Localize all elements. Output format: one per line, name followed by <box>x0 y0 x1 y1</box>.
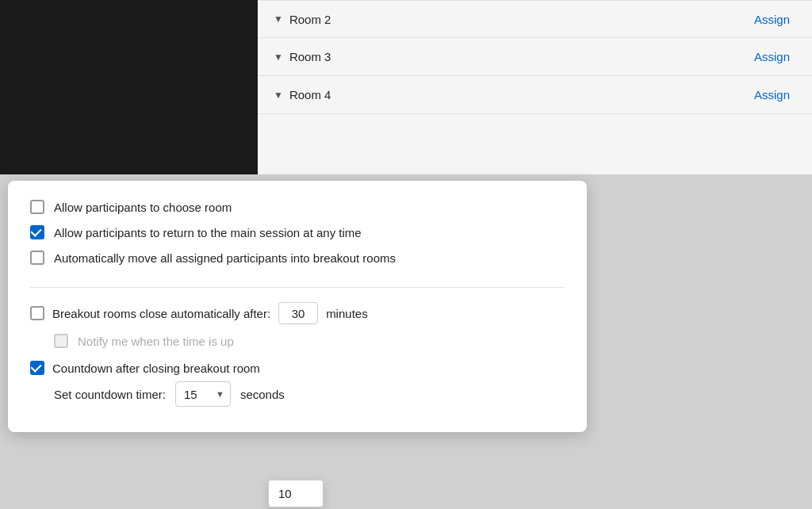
checkbox-allow-return-main[interactable] <box>30 225 44 239</box>
room-item: ▼ Room 3 Assign <box>258 38 812 76</box>
checkbox-notify <box>54 334 68 348</box>
room-left: ▼ Room 4 <box>274 88 331 101</box>
option-label-countdown: Countdown after closing breakout room <box>52 362 260 375</box>
room-left: ▼ Room 3 <box>274 50 331 63</box>
countdown-timer-select[interactable]: 10 15 20 30 60 <box>175 381 231 407</box>
option-row-notify: Notify me when the time is up <box>30 334 565 348</box>
options-panel: Allow participants to choose room Allow … <box>8 181 587 432</box>
option-label-auto-move: Automatically move all assigned particip… <box>54 251 396 265</box>
left-dark-panel <box>0 0 258 174</box>
option-row-auto-move: Automatically move all assigned particip… <box>30 251 565 265</box>
dropdown-item-10[interactable]: 10 <box>269 480 323 507</box>
assign-button-room4[interactable]: Assign <box>748 85 796 105</box>
checkbox-auto-move[interactable] <box>30 251 44 265</box>
rooms-panel: ▼ Room 2 Assign ▼ Room 3 Assign ▼ Room 4… <box>258 0 812 174</box>
checkbox-auto-close[interactable] <box>30 306 44 320</box>
countdown-row: Countdown after closing breakout room <box>30 361 565 375</box>
option-row-return-main: Allow participants to return to the main… <box>30 225 565 239</box>
chevron-icon: ▼ <box>274 52 283 63</box>
chevron-icon: ▼ <box>274 13 283 25</box>
option-label-notify: Notify me when the time is up <box>78 335 234 348</box>
divider <box>30 287 565 288</box>
auto-close-row: Breakout rooms close automatically after… <box>30 302 565 324</box>
assign-button-room2[interactable]: Assign <box>748 10 796 29</box>
option-label-choose-room: Allow participants to choose room <box>54 201 232 214</box>
room-left: ▼ Room 2 <box>274 13 331 26</box>
countdown-section: Countdown after closing breakout room Se… <box>30 361 565 432</box>
minutes-suffix: minutes <box>326 307 368 320</box>
room-item: ▼ Room 2 Assign <box>258 0 812 38</box>
seconds-label: seconds <box>240 388 285 401</box>
chevron-icon: ▼ <box>274 90 283 101</box>
option-label-return-main: Allow participants to return to the main… <box>54 226 362 239</box>
timer-dropdown-menu: 10 <box>268 480 324 507</box>
room-list: ▼ Room 2 Assign ▼ Room 3 Assign ▼ Room 4… <box>258 0 812 114</box>
set-timer-label: Set countdown timer: <box>54 388 166 401</box>
select-wrapper: 10 15 20 30 60 ▼ <box>175 381 231 407</box>
room-name: Room 2 <box>289 13 331 26</box>
room-name: Room 4 <box>289 88 331 101</box>
checkbox-countdown[interactable] <box>30 361 44 375</box>
room-item: ▼ Room 4 Assign <box>258 76 812 114</box>
minutes-input[interactable] <box>278 302 318 324</box>
option-row-choose-room: Allow participants to choose room <box>30 200 565 214</box>
set-timer-row: Set countdown timer: 10 15 20 30 60 ▼ se… <box>30 381 565 419</box>
room-name: Room 3 <box>289 50 331 63</box>
option-label-auto-close: Breakout rooms close automatically after… <box>52 307 270 320</box>
assign-button-room3[interactable]: Assign <box>748 47 796 67</box>
checkbox-allow-choose-room[interactable] <box>30 200 44 214</box>
checkboxes-section: Allow participants to choose room Allow … <box>30 200 565 279</box>
timer-section: Breakout rooms close automatically after… <box>30 302 565 361</box>
